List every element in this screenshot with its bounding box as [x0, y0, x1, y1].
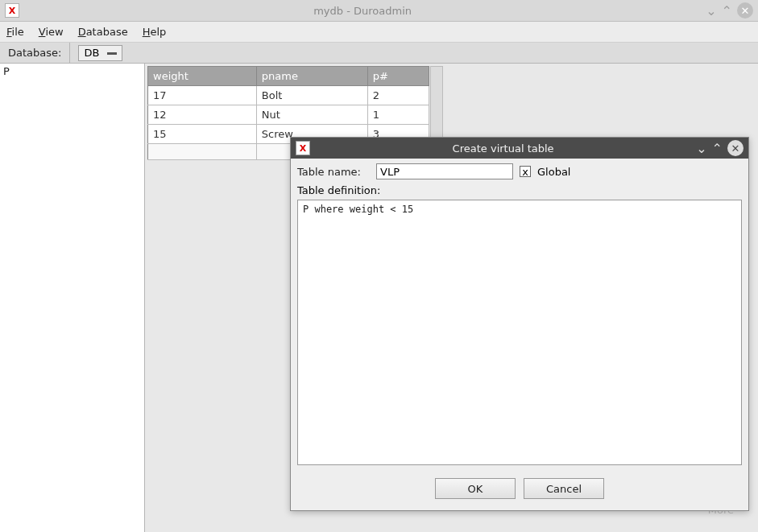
global-label: Global	[537, 166, 570, 178]
table-name-label: Table name:	[297, 166, 370, 178]
dialog-title: Create virtual table	[310, 142, 696, 155]
table-definition-label: Table definition:	[297, 184, 742, 196]
window-title: mydb - Duroadmin	[19, 5, 706, 17]
dialog-window-buttons: ⌄ ⌃ ✕	[696, 140, 744, 156]
col-weight[interactable]: weight	[148, 67, 257, 86]
table-row[interactable]: 17 Bolt 2	[148, 86, 429, 105]
cancel-button[interactable]: Cancel	[524, 478, 604, 499]
create-virtual-table-dialog: X Create virtual table ⌄ ⌃ ✕ Table name:…	[290, 137, 749, 511]
dialog-minimize-icon[interactable]: ⌄	[696, 141, 706, 156]
table-header-row: weight pname p#	[148, 67, 429, 86]
main-window-titlebar: X mydb - Duroadmin ⌄ ⌃ ✕	[0, 0, 758, 22]
database-dropdown[interactable]: DB	[78, 45, 122, 61]
dropdown-icon	[107, 52, 117, 55]
menu-file[interactable]: File	[6, 26, 24, 38]
dialog-close-icon[interactable]: ✕	[727, 140, 744, 156]
database-label: Database:	[0, 43, 70, 63]
window-buttons: ⌄ ⌃ ✕	[706, 2, 753, 19]
table-definition-input[interactable]: P where weight < 15	[297, 200, 742, 465]
menu-view[interactable]: View	[39, 26, 64, 38]
app-icon: X	[5, 3, 19, 18]
sidebar-item-p[interactable]: P	[3, 65, 141, 77]
dialog-body: Table name: x Global Table definition: P…	[291, 159, 748, 470]
database-selected: DB	[84, 47, 99, 59]
menu-help[interactable]: Help	[143, 26, 167, 38]
dialog-buttons: OK Cancel	[291, 470, 748, 510]
database-toolbar: Database: DB	[0, 43, 758, 64]
table-name-input[interactable]	[376, 163, 513, 179]
minimize-icon[interactable]: ⌄	[706, 3, 716, 19]
dialog-app-icon: X	[296, 141, 310, 155]
table-row[interactable]: 12 Nut 1	[148, 105, 429, 125]
menu-database[interactable]: Database	[78, 26, 128, 38]
global-checkbox[interactable]: x	[520, 166, 531, 177]
ok-button[interactable]: OK	[435, 478, 516, 499]
sidebar: P	[0, 64, 145, 532]
col-pname[interactable]: pname	[256, 67, 367, 86]
dialog-maximize-icon[interactable]: ⌃	[712, 141, 723, 156]
dialog-titlebar: X Create virtual table ⌄ ⌃ ✕	[291, 138, 748, 159]
col-pnum[interactable]: p#	[367, 67, 429, 86]
maximize-icon[interactable]: ⌃	[722, 3, 732, 19]
close-icon[interactable]: ✕	[737, 2, 753, 19]
menu-bar: File View Database Help	[0, 22, 758, 43]
